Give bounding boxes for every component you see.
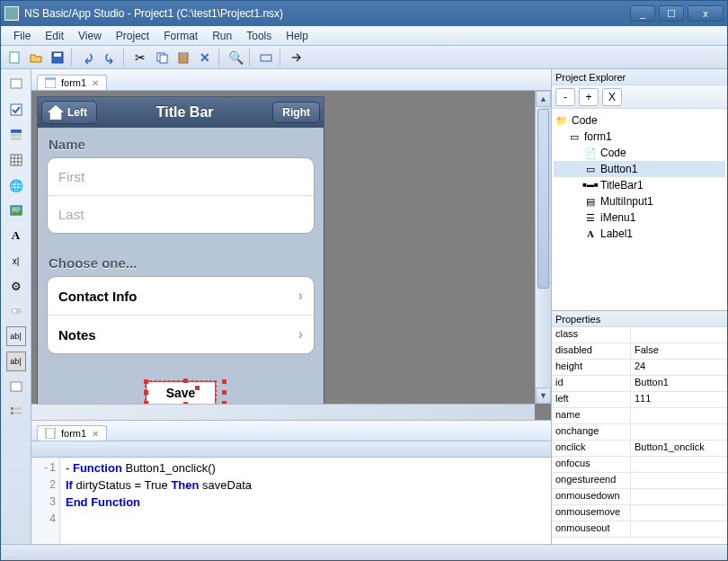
redo-icon[interactable] — [100, 48, 120, 67]
svg-rect-6 — [181, 52, 186, 55]
palette-gear-icon[interactable]: ⚙ — [6, 276, 26, 296]
code-dropdown-bar[interactable] — [31, 441, 551, 458]
tab-form1[interactable]: form1 ✕ — [37, 75, 107, 90]
minimize-button[interactable]: _ — [630, 5, 655, 22]
window-titlebar: NS Basic/App Studio - Project1 (C:\test1… — [1, 1, 727, 26]
imenu-control[interactable]: Contact Info › Notes › — [47, 276, 315, 354]
cut-icon[interactable]: ✂ — [130, 48, 150, 67]
expand-button[interactable]: + — [579, 88, 599, 106]
save-icon[interactable] — [48, 48, 67, 67]
design-canvas[interactable]: Left Title Bar Right Name First Last Cho… — [31, 91, 551, 420]
form-icon: ▭ — [568, 130, 581, 143]
button1-control[interactable]: Save — [146, 381, 217, 405]
menu-run[interactable]: Run — [205, 28, 239, 44]
menu-icon: ☰ — [584, 211, 597, 224]
menu-format[interactable]: Format — [156, 28, 205, 44]
menu-project[interactable]: Project — [109, 28, 156, 44]
explorer-toolbar: - + X — [552, 85, 727, 109]
palette-label-icon[interactable]: A — [6, 226, 26, 245]
tree-node-form1[interactable]: ▭form1 — [554, 129, 725, 145]
svg-rect-9 — [11, 104, 22, 115]
horizontal-scrollbar[interactable] — [31, 404, 535, 420]
menu-tools[interactable]: Tools — [239, 28, 279, 44]
titlebar-control[interactable]: Left Title Bar Right — [38, 97, 324, 128]
run-icon[interactable] — [287, 48, 306, 67]
label-icon: A — [584, 227, 597, 240]
svg-rect-11 — [11, 134, 22, 137]
menu-edit[interactable]: Edit — [38, 28, 71, 44]
delete-icon[interactable]: ✕ — [195, 48, 215, 67]
properties-panel: Properties class disabledFalse height24 … — [552, 310, 727, 544]
code-editor[interactable]: -1 2 3 4 - Function Button1_onclick() If… — [31, 458, 551, 544]
collapse-button[interactable]: - — [555, 88, 575, 106]
palette-html-icon[interactable] — [6, 377, 26, 396]
properties-grid[interactable]: class disabledFalse height24 idButton1 l… — [552, 327, 727, 544]
palette-list-icon[interactable] — [6, 402, 26, 422]
input-last[interactable]: Last — [48, 196, 314, 233]
close-icon[interactable]: ✕ — [92, 429, 99, 439]
palette-textarea-icon[interactable]: ab| — [6, 352, 26, 371]
code-content[interactable]: - Function Button1_onclick() If dirtySta… — [60, 458, 257, 544]
properties-title: Properties — [552, 311, 727, 327]
open-icon[interactable] — [26, 48, 46, 67]
palette-image-icon[interactable] — [6, 200, 26, 220]
copy-icon[interactable] — [152, 48, 172, 67]
prop-row: onmousedown — [552, 489, 727, 505]
close-icon[interactable]: ✕ — [92, 78, 99, 88]
svg-rect-2 — [54, 53, 61, 57]
menu-notes[interactable]: Notes › — [48, 316, 314, 353]
tab-label: form1 — [61, 77, 86, 88]
nav-right-button[interactable]: Right — [272, 102, 320, 123]
multiinput-control[interactable]: First Last — [47, 157, 315, 234]
svg-rect-21 — [11, 412, 13, 414]
palette-globe-icon[interactable]: 🌐 — [6, 175, 26, 195]
tree-node-label1[interactable]: ALabel1 — [554, 226, 725, 242]
menu-file[interactable]: File — [6, 28, 38, 44]
window-title: NS Basic/App Studio - Project1 (C:\test1… — [24, 7, 630, 20]
palette-textbox-icon[interactable]: x| — [6, 251, 26, 271]
vertical-scrollbar[interactable]: ▲ ▼ — [535, 91, 551, 404]
input-first[interactable]: First — [48, 158, 314, 196]
new-file-icon[interactable] — [4, 48, 24, 67]
scrollbar-thumb[interactable] — [537, 109, 549, 289]
svg-point-17 — [13, 309, 16, 313]
tree-node-titlebar1[interactable]: ■▬■TitleBar1 — [554, 177, 725, 193]
menu-help[interactable]: Help — [279, 28, 315, 44]
palette-grid-icon[interactable] — [6, 150, 26, 170]
nav-left-button[interactable]: Left — [41, 101, 97, 124]
prop-row: height24 — [552, 360, 727, 376]
palette-checkbox-icon[interactable] — [6, 100, 26, 120]
code-icon: 📄 — [584, 147, 597, 159]
scroll-up-icon[interactable]: ▲ — [536, 91, 551, 107]
undo-icon[interactable] — [78, 48, 98, 67]
palette-input-icon[interactable]: ab| — [6, 326, 26, 346]
palette-form-icon[interactable] — [6, 125, 26, 145]
svg-rect-22 — [14, 412, 22, 414]
tree-node-multiinput1[interactable]: ▤MultiInput1 — [554, 193, 725, 209]
search-icon[interactable]: 🔍 — [226, 48, 245, 67]
scroll-down-icon[interactable]: ▼ — [536, 387, 551, 404]
prop-row: onclickButton1_onclick — [552, 441, 727, 457]
delete-node-button[interactable]: X — [602, 88, 622, 106]
maximize-button[interactable]: ☐ — [659, 5, 684, 22]
close-button[interactable]: x — [688, 5, 724, 22]
deploy-icon[interactable] — [256, 48, 276, 67]
tree-node-form1-code[interactable]: 📄Code — [554, 145, 725, 161]
tree-node-button1[interactable]: ▭Button1 — [554, 161, 725, 177]
tree-node-code[interactable]: 📁Code — [554, 112, 725, 129]
palette-toggle-icon[interactable] — [6, 301, 26, 321]
code-tabstrip: form1 ✕ — [31, 420, 551, 441]
titlebar-title: Title Bar — [156, 104, 214, 120]
code-tab-form1[interactable]: form1 ✕ — [37, 425, 107, 441]
svg-rect-20 — [14, 407, 22, 410]
palette-pointer-icon[interactable] — [6, 75, 26, 94]
prop-row: onchange — [552, 424, 727, 441]
menu-view[interactable]: View — [71, 28, 109, 44]
tree-node-imenu1[interactable]: ☰iMenu1 — [554, 209, 725, 226]
menu-contact-info[interactable]: Contact Info › — [48, 277, 314, 316]
project-tree[interactable]: 📁Code ▭form1 📄Code ▭Button1 ■▬■TitleBar1… — [552, 109, 727, 310]
svg-rect-0 — [10, 52, 19, 63]
paste-icon[interactable] — [173, 48, 193, 67]
titlebar-icon: ■▬■ — [584, 179, 597, 191]
label-name[interactable]: Name — [38, 128, 324, 157]
